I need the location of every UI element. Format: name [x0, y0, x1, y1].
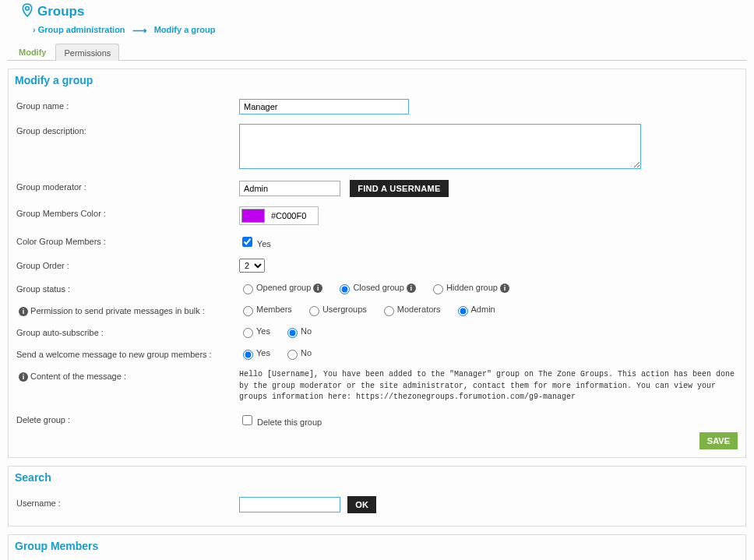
search-title: Search — [15, 471, 738, 484]
search-username-input[interactable] — [239, 497, 340, 512]
label-auto-sub: Group auto-subscribe : — [16, 326, 239, 337]
pm-usergroups-radio[interactable] — [309, 306, 319, 316]
title-text: Groups — [37, 4, 84, 19]
info-icon[interactable]: i — [19, 372, 28, 382]
group-order-select[interactable]: 2 — [239, 259, 265, 273]
welcome-no-radio[interactable] — [287, 350, 298, 360]
group-name-input[interactable] — [239, 99, 409, 114]
tab-permissions[interactable]: Permissions — [55, 44, 119, 61]
label-group-moderator: Group moderator : — [16, 180, 239, 192]
color-hex-input[interactable] — [270, 210, 316, 222]
info-icon[interactable]: i — [407, 284, 416, 293]
group-description-textarea[interactable] — [239, 124, 641, 169]
welcome-radios: Yes No — [239, 347, 738, 360]
status-opened-radio[interactable] — [243, 284, 253, 294]
tab-modify[interactable]: Modify — [11, 44, 54, 61]
svg-point-0 — [26, 7, 30, 11]
auto-sub-radios: Yes No — [239, 326, 738, 338]
breadcrumb: › Group administration ⟶ Modify a group — [8, 22, 746, 43]
message-content-text: Hello [Username], You have been added to… — [239, 369, 738, 403]
members-panel: Group Members Add Member : FIND A USERNA… — [8, 534, 746, 561]
breadcrumb-item-2[interactable]: Modify a group — [154, 25, 216, 34]
welcome-yes-radio[interactable] — [243, 350, 253, 360]
save-button[interactable]: SAVE — [699, 432, 738, 449]
autosub-no-radio[interactable] — [287, 328, 298, 338]
label-group-order: Group Order : — [16, 259, 239, 270]
label-message-content: i Content of the message : — [16, 369, 239, 382]
search-panel: Search Username : OK — [8, 466, 746, 527]
group-moderator-input[interactable] — [239, 181, 340, 196]
label-color-members: Color Group Members : — [16, 234, 239, 246]
modify-panel: Modify a group Group name : Group descri… — [8, 69, 746, 458]
label-group-name: Group name : — [16, 99, 239, 111]
label-group-status: Group status : — [16, 282, 239, 294]
search-ok-button[interactable]: OK — [347, 496, 376, 513]
label-welcome: Send a welcome message to new group memb… — [16, 347, 239, 359]
label-search-username: Username : — [16, 496, 239, 508]
members-title: Group Members — [15, 540, 738, 552]
pm-moderators-radio[interactable] — [384, 306, 394, 316]
page-header: Groups — [8, 0, 746, 22]
label-pm-perm: i Permission to send private messages in… — [16, 304, 239, 316]
find-username-button[interactable]: FIND A USERNAME — [350, 180, 448, 197]
delete-this-label: Delete this group — [257, 417, 322, 427]
label-members-color: Group Members Color : — [16, 206, 239, 218]
label-group-description: Group description: — [16, 124, 239, 136]
info-icon[interactable]: i — [313, 284, 322, 293]
color-members-yes: Yes — [257, 239, 271, 248]
info-icon[interactable]: i — [500, 284, 509, 293]
color-members-checkbox[interactable] — [242, 237, 252, 247]
info-icon[interactable]: i — [19, 307, 28, 316]
group-status-radios: Opened groupi Closed groupi Hidden group… — [239, 282, 738, 294]
pin-icon — [22, 3, 33, 20]
modify-title: Modify a group — [15, 74, 738, 86]
status-closed-radio[interactable] — [340, 284, 350, 294]
page-title: Groups — [22, 3, 746, 20]
tabs: Modify Permissions — [8, 43, 746, 61]
breadcrumb-item-1[interactable]: Group administration — [38, 25, 125, 34]
pm-admin-radio[interactable] — [458, 306, 468, 316]
label-delete-group: Delete group : — [16, 413, 239, 424]
pm-perm-radios: Members Usergroups Moderators Admin — [239, 304, 738, 316]
delete-group-checkbox[interactable] — [242, 415, 252, 425]
status-hidden-radio[interactable] — [433, 284, 443, 294]
pm-members-radio[interactable] — [243, 306, 253, 316]
breadcrumb-arrow-icon: ⟶ — [132, 25, 147, 37]
breadcrumb-caret: › — [33, 25, 38, 34]
color-picker[interactable] — [239, 206, 319, 225]
color-swatch — [241, 209, 265, 223]
autosub-yes-radio[interactable] — [243, 328, 253, 338]
